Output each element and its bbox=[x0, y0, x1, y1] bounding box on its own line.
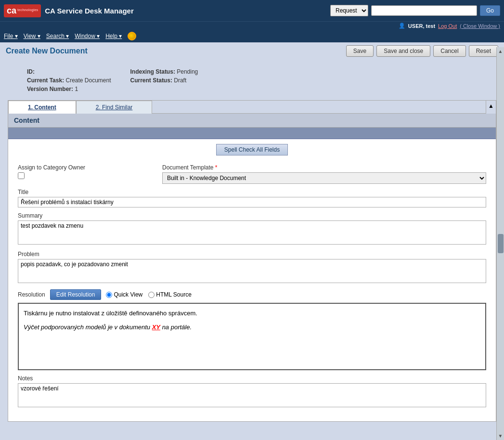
reset-button[interactable]: Reset bbox=[469, 45, 498, 57]
view-mode-radio-group: Quick View HTML Source bbox=[106, 291, 191, 298]
problem-row: Problem popis pozadavk, co je pozadovano… bbox=[18, 251, 486, 285]
title-label: Title bbox=[18, 189, 486, 195]
main-content: ID: Current Task: Create Document Versio… bbox=[0, 60, 504, 427]
content-header: Content bbox=[8, 114, 496, 128]
app-logo: ca technologies bbox=[4, 4, 41, 17]
quick-view-option[interactable]: Quick View bbox=[106, 291, 142, 298]
tab-find-similar[interactable]: 2. Find Similar bbox=[76, 101, 153, 114]
spell-check-button[interactable]: Spell Check All Fields bbox=[216, 144, 288, 155]
assign-template-row: Assign to Category Owner Document Templa… bbox=[18, 164, 486, 184]
resolution-line1: Tiskárnu je nutno instalovat z úložiště … bbox=[24, 309, 480, 319]
content-panel: 1. Content 2. Find Similar ▲ Content Spe… bbox=[8, 100, 496, 422]
html-source-radio[interactable] bbox=[148, 292, 155, 298]
resolution-editor[interactable]: Tiskárnu je nutno instalovat z úložiště … bbox=[18, 303, 486, 370]
logo-area: ca technologies CA Service Desk Manager bbox=[4, 4, 330, 17]
tab-spacer bbox=[152, 101, 486, 114]
scroll-right-icon[interactable]: ▲ bbox=[486, 101, 496, 114]
user-bar: 👤 USER, test Log Out ( Close Window ) bbox=[0, 21, 504, 30]
resolution-line2: Výčet podporovaných modelů je v dokument… bbox=[24, 323, 480, 333]
info-right: Indexing Status: Pending Current Status:… bbox=[130, 68, 198, 94]
id-row: ID: bbox=[27, 68, 111, 75]
search-input[interactable] bbox=[371, 5, 477, 16]
info-left: ID: Current Task: Create Document Versio… bbox=[27, 68, 111, 94]
title-input[interactable] bbox=[18, 197, 486, 207]
toolbar-strip bbox=[8, 128, 496, 139]
version-row: Version Number: 1 bbox=[27, 86, 111, 92]
task-label: Current Task: bbox=[27, 77, 64, 84]
resolution-label: Resolution bbox=[18, 291, 45, 298]
task-value: Create Document bbox=[65, 77, 111, 84]
menu-help[interactable]: Help ▾ bbox=[105, 33, 122, 39]
scroll-track bbox=[498, 55, 504, 427]
logo-line: technologies bbox=[17, 8, 38, 12]
cancel-button[interactable]: Cancel bbox=[433, 45, 465, 57]
resolution-line2-before: Výčet podporovaných modelů je v dokument… bbox=[24, 324, 152, 331]
menu-file[interactable]: File ▾ bbox=[4, 33, 18, 39]
version-value: 1 bbox=[75, 86, 78, 92]
close-window-link[interactable]: ( Close Window ) bbox=[460, 23, 500, 29]
task-row: Current Task: Create Document bbox=[27, 77, 111, 84]
notes-label: Notes bbox=[18, 375, 486, 382]
help-icon bbox=[128, 32, 136, 40]
tab-content[interactable]: 1. Content bbox=[8, 101, 76, 114]
html-source-label: HTML Source bbox=[156, 291, 192, 298]
resolution-link[interactable]: XY bbox=[152, 324, 160, 331]
template-col: Document Template Built in - Knowledge D… bbox=[162, 164, 486, 184]
notes-wrapper: vzorové řešení bbox=[18, 383, 486, 409]
save-close-button[interactable]: Save and close bbox=[376, 45, 430, 57]
page-scrollbar[interactable]: ▲ ▼ bbox=[496, 47, 504, 427]
assign-category-label: Assign to Category Owner bbox=[18, 164, 153, 171]
problem-label: Problem bbox=[18, 251, 486, 258]
title-row: Title bbox=[18, 189, 486, 207]
scroll-thumb[interactable] bbox=[498, 234, 504, 253]
menu-bar: File ▾ View ▾ Search ▾ Window ▾ Help ▾ bbox=[0, 30, 504, 42]
resolution-row: Resolution Edit Resolution Quick View HT… bbox=[18, 289, 486, 370]
status-label: Current Status: bbox=[130, 77, 172, 84]
status-value: Draft bbox=[174, 77, 186, 84]
page-header: Create New Document Save Save and close … bbox=[0, 42, 504, 60]
go-button[interactable]: Go bbox=[480, 5, 500, 16]
app-title: CA Service Desk Manager bbox=[45, 7, 134, 15]
quick-view-label: Quick View bbox=[114, 291, 142, 298]
assign-col: Assign to Category Owner bbox=[18, 164, 153, 184]
resolution-header: Resolution Edit Resolution Quick View HT… bbox=[18, 289, 486, 300]
top-bar: ca technologies CA Service Desk Manager … bbox=[0, 0, 504, 21]
scroll-up-arrow[interactable]: ▲ bbox=[498, 47, 503, 55]
header-buttons: Save Save and close Cancel Reset bbox=[346, 45, 498, 57]
indexing-label: Indexing Status: bbox=[130, 68, 175, 75]
document-template-select[interactable]: Built in - Knowledge Document Standard T… bbox=[162, 172, 486, 184]
summary-row: Summary test pozdavek na zmenu bbox=[18, 212, 486, 246]
page-title: Create New Document bbox=[6, 47, 88, 55]
summary-wrapper: test pozdavek na zmenu bbox=[18, 220, 486, 246]
summary-textarea[interactable]: test pozdavek na zmenu bbox=[18, 220, 486, 245]
assign-checkbox-wrapper bbox=[18, 172, 153, 181]
search-area: Request Go bbox=[330, 5, 500, 16]
problem-wrapper: popis pozadavk, co je pozadovano zmenit bbox=[18, 259, 486, 285]
menu-view[interactable]: View ▾ bbox=[24, 33, 40, 39]
user-icon: 👤 bbox=[399, 23, 405, 29]
menu-window[interactable]: Window ▾ bbox=[75, 33, 100, 39]
form-area: Assign to Category Owner Document Templa… bbox=[8, 160, 496, 421]
notes-row: Notes vzorové řešení bbox=[18, 375, 486, 409]
notes-textarea[interactable]: vzorové řešení bbox=[18, 383, 486, 407]
indexing-row: Indexing Status: Pending bbox=[130, 68, 198, 75]
tab-bar: 1. Content 2. Find Similar ▲ bbox=[8, 101, 496, 114]
quick-view-radio[interactable] bbox=[106, 292, 112, 298]
resolution-line2-after: na portále. bbox=[160, 324, 192, 331]
document-template-label: Document Template bbox=[162, 164, 486, 171]
logout-link[interactable]: Log Out bbox=[438, 23, 457, 29]
info-section: ID: Current Task: Create Document Versio… bbox=[8, 65, 496, 100]
menu-search[interactable]: Search ▾ bbox=[46, 33, 69, 39]
html-source-option[interactable]: HTML Source bbox=[148, 291, 192, 298]
request-dropdown[interactable]: Request bbox=[330, 5, 368, 16]
summary-label: Summary bbox=[18, 212, 486, 219]
save-button[interactable]: Save bbox=[346, 45, 374, 57]
username-label: USER, test bbox=[408, 23, 435, 29]
logo-ca-text: ca bbox=[7, 6, 16, 16]
assign-category-checkbox[interactable] bbox=[18, 172, 25, 179]
problem-textarea[interactable]: popis pozadavk, co je pozadovano zmenit bbox=[18, 259, 486, 283]
edit-resolution-button[interactable]: Edit Resolution bbox=[50, 289, 102, 300]
spell-check-area: Spell Check All Fields bbox=[8, 139, 496, 160]
status-row: Current Status: Draft bbox=[130, 77, 198, 84]
id-label: ID: bbox=[27, 68, 35, 75]
